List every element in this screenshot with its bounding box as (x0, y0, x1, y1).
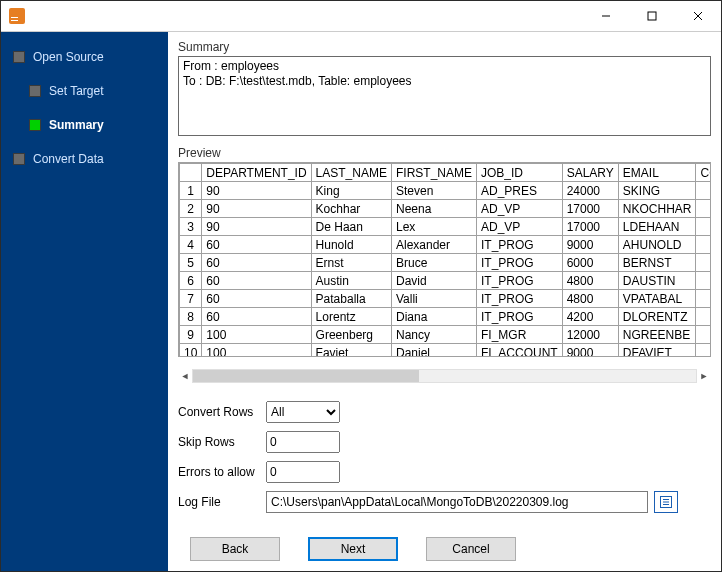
horizontal-scrollbar[interactable]: ◄ ► (178, 367, 711, 385)
table-cell: 90 (202, 218, 311, 236)
table-cell: 60 (202, 308, 311, 326)
table-row[interactable]: 390De HaanLexAD_VP17000LDEHAAN (180, 218, 711, 236)
step-bullet-icon (13, 153, 25, 165)
table-cell: King (311, 182, 391, 200)
preview-grid[interactable]: DEPARTMENT_IDLAST_NAMEFIRST_NAMEJOB_IDSA… (178, 162, 711, 357)
table-cell: AHUNOLD (618, 236, 696, 254)
scroll-right-arrow-icon[interactable]: ► (697, 368, 711, 384)
skip-rows-input[interactable] (266, 431, 340, 453)
convert-rows-select[interactable]: All (266, 401, 340, 423)
log-file-browse-button[interactable] (654, 491, 678, 513)
row-number-header (180, 164, 202, 182)
table-cell: 24000 (562, 182, 618, 200)
column-header[interactable]: COMMIS (696, 164, 710, 182)
scroll-thumb[interactable] (193, 370, 419, 382)
minimize-button[interactable] (583, 1, 629, 31)
errors-to-allow-label: Errors to allow (178, 465, 266, 479)
row-number-cell: 10 (180, 344, 202, 357)
row-number-cell: 2 (180, 200, 202, 218)
column-header[interactable]: SALARY (562, 164, 618, 182)
table-cell: IT_PROG (476, 236, 562, 254)
table-cell: Steven (391, 182, 476, 200)
row-number-cell: 8 (180, 308, 202, 326)
table-cell: Ernst (311, 254, 391, 272)
table-cell: VPATABAL (618, 290, 696, 308)
column-header[interactable]: LAST_NAME (311, 164, 391, 182)
sidebar-item-label: Summary (49, 118, 104, 132)
close-button[interactable] (675, 1, 721, 31)
table-cell: 6000 (562, 254, 618, 272)
column-header[interactable]: EMAIL (618, 164, 696, 182)
column-header[interactable]: JOB_ID (476, 164, 562, 182)
row-number-cell: 3 (180, 218, 202, 236)
row-number-cell: 5 (180, 254, 202, 272)
sidebar-item-open-source[interactable]: Open Source (1, 44, 168, 70)
table-cell: De Haan (311, 218, 391, 236)
table-row[interactable]: 560ErnstBruceIT_PROG6000BERNST (180, 254, 711, 272)
log-file-input[interactable] (266, 491, 648, 513)
table-cell: 12000 (562, 326, 618, 344)
table-cell (696, 326, 710, 344)
table-cell: 17000 (562, 218, 618, 236)
errors-to-allow-input[interactable] (266, 461, 340, 483)
column-header[interactable]: DEPARTMENT_ID (202, 164, 311, 182)
table-cell: FI_ACCOUNT (476, 344, 562, 357)
table-cell: 4800 (562, 290, 618, 308)
table-row[interactable]: 10100FavietDanielFI_ACCOUNT9000DFAVIET (180, 344, 711, 357)
table-cell: BERNST (618, 254, 696, 272)
back-button[interactable]: Back (190, 537, 280, 561)
scroll-track[interactable] (192, 369, 697, 383)
sidebar-item-set-target[interactable]: Set Target (1, 78, 168, 104)
column-header[interactable]: FIRST_NAME (391, 164, 476, 182)
sidebar-item-summary[interactable]: Summary (1, 112, 168, 138)
row-number-cell: 6 (180, 272, 202, 290)
table-cell: 60 (202, 272, 311, 290)
table-cell: Valli (391, 290, 476, 308)
row-number-cell: 1 (180, 182, 202, 200)
table-row[interactable]: 860LorentzDianaIT_PROG4200DLORENTZ (180, 308, 711, 326)
table-row[interactable]: 460HunoldAlexanderIT_PROG9000AHUNOLD (180, 236, 711, 254)
table-cell: 100 (202, 344, 311, 357)
table-cell: Kochhar (311, 200, 391, 218)
table-cell: Pataballa (311, 290, 391, 308)
table-cell: AD_VP (476, 200, 562, 218)
table-cell (696, 290, 710, 308)
skip-rows-label: Skip Rows (178, 435, 266, 449)
cancel-button[interactable]: Cancel (426, 537, 516, 561)
preview-table: DEPARTMENT_IDLAST_NAMEFIRST_NAMEJOB_IDSA… (179, 163, 710, 356)
minimize-icon (601, 11, 611, 21)
step-bullet-icon (29, 85, 41, 97)
table-cell: AD_VP (476, 218, 562, 236)
table-row[interactable]: 660AustinDavidIT_PROG4800DAUSTIN (180, 272, 711, 290)
maximize-button[interactable] (629, 1, 675, 31)
summary-text[interactable]: From : employees To : DB: F:\test\test.m… (178, 56, 711, 136)
table-cell: DLORENTZ (618, 308, 696, 326)
sidebar-item-convert-data[interactable]: Convert Data (1, 146, 168, 172)
table-cell: DFAVIET (618, 344, 696, 357)
summary-label: Summary (178, 40, 711, 54)
table-cell: IT_PROG (476, 272, 562, 290)
table-cell: FI_MGR (476, 326, 562, 344)
table-cell: NGREENBE (618, 326, 696, 344)
next-button[interactable]: Next (308, 537, 398, 561)
table-cell: 90 (202, 200, 311, 218)
row-number-cell: 4 (180, 236, 202, 254)
table-row[interactable]: 9100GreenbergNancyFI_MGR12000NGREENBE (180, 326, 711, 344)
table-cell: Faviet (311, 344, 391, 357)
table-cell (696, 308, 710, 326)
table-cell: Lorentz (311, 308, 391, 326)
table-cell: Daniel (391, 344, 476, 357)
table-row[interactable]: 190KingStevenAD_PRES24000SKING (180, 182, 711, 200)
table-cell: 100 (202, 326, 311, 344)
wizard-buttons: Back Next Cancel (178, 537, 711, 561)
app-icon (9, 8, 25, 24)
sidebar-item-label: Open Source (33, 50, 104, 64)
sidebar-item-label: Set Target (49, 84, 103, 98)
table-row[interactable]: 760PataballaValliIT_PROG4800VPATABAL (180, 290, 711, 308)
table-row[interactable]: 290KochharNeenaAD_VP17000NKOCHHAR (180, 200, 711, 218)
table-cell: 4800 (562, 272, 618, 290)
maximize-icon (647, 11, 657, 21)
scroll-left-arrow-icon[interactable]: ◄ (178, 368, 192, 384)
convert-rows-label: Convert Rows (178, 405, 266, 419)
table-cell: Neena (391, 200, 476, 218)
